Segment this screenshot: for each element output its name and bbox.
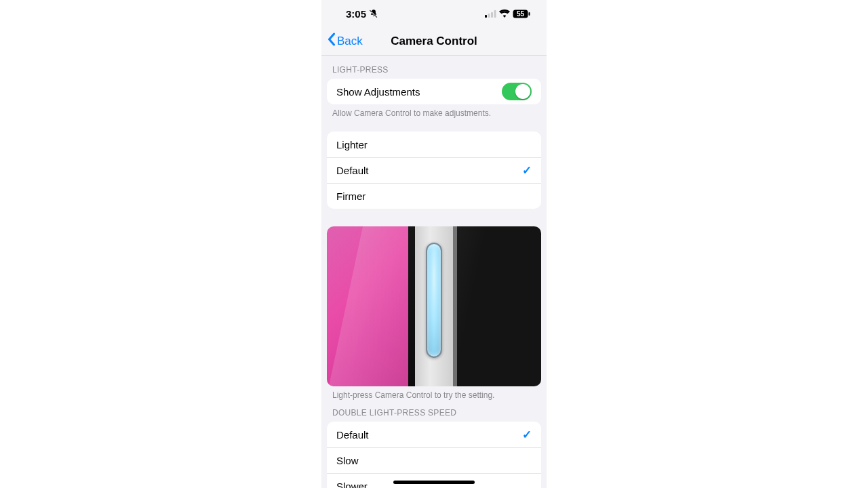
footer-preview: Light-press Camera Control to try the se… bbox=[321, 386, 547, 400]
section-header-double-press: DOUBLE LIGHT-PRESS SPEED bbox=[321, 400, 547, 420]
option-label: Lighter bbox=[336, 139, 368, 150]
battery-icon: 55 bbox=[513, 9, 530, 18]
group-show-adjustments: Show Adjustments bbox=[327, 79, 541, 104]
svg-rect-2 bbox=[491, 12, 493, 18]
cellular-signal-icon bbox=[485, 10, 496, 18]
group-press-strength: Lighter ✓ Default ✓ Firmer ✓ bbox=[327, 131, 541, 209]
checkmark-icon: ✓ bbox=[522, 163, 532, 178]
status-bar: 3:05 55 bbox=[321, 0, 547, 27]
row-show-adjustments[interactable]: Show Adjustments bbox=[327, 79, 541, 104]
content-scroll[interactable]: LIGHT-PRESS Show Adjustments Allow Camer… bbox=[321, 56, 547, 488]
phone-frame: 3:05 55 Back Camera Control bbox=[321, 0, 547, 488]
home-indicator[interactable] bbox=[393, 481, 475, 484]
row-default[interactable]: Default ✓ bbox=[327, 157, 541, 183]
option-label: Default bbox=[336, 165, 369, 176]
group-double-press-speed: Default ✓ Slow ✓ Slower ✓ bbox=[327, 422, 541, 488]
row-speed-slow[interactable]: Slow ✓ bbox=[327, 447, 541, 473]
status-time: 3:05 bbox=[346, 8, 366, 20]
camera-control-preview bbox=[327, 226, 541, 386]
show-adjustments-toggle[interactable] bbox=[502, 83, 532, 100]
svg-rect-1 bbox=[488, 14, 490, 18]
show-adjustments-label: Show Adjustments bbox=[336, 86, 420, 98]
camera-control-button-graphic bbox=[426, 243, 442, 358]
option-label: Default bbox=[336, 429, 369, 441]
wifi-icon bbox=[499, 9, 510, 18]
option-label: Slow bbox=[336, 455, 359, 466]
battery-percent: 55 bbox=[513, 10, 528, 18]
row-lighter[interactable]: Lighter ✓ bbox=[327, 131, 541, 157]
status-left: 3:05 bbox=[346, 8, 378, 20]
nav-bar: Back Camera Control bbox=[321, 27, 547, 56]
page-title: Camera Control bbox=[321, 35, 547, 48]
option-label: Firmer bbox=[336, 190, 366, 202]
footer-show-adjustments: Allow Camera Control to make adjustments… bbox=[321, 104, 547, 118]
svg-rect-5 bbox=[529, 12, 530, 16]
bell-slash-icon bbox=[369, 9, 378, 18]
section-header-light-press: LIGHT-PRESS bbox=[321, 56, 547, 77]
row-firmer[interactable]: Firmer ✓ bbox=[327, 183, 541, 209]
svg-rect-3 bbox=[494, 10, 496, 18]
checkmark-icon: ✓ bbox=[522, 428, 532, 442]
row-speed-default[interactable]: Default ✓ bbox=[327, 422, 541, 447]
option-label: Slower bbox=[336, 481, 368, 488]
status-right: 55 bbox=[485, 9, 530, 18]
svg-rect-0 bbox=[485, 15, 487, 18]
